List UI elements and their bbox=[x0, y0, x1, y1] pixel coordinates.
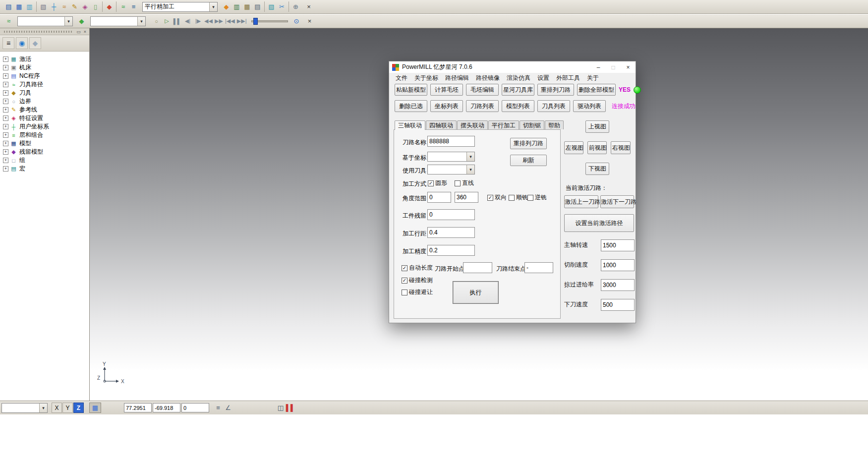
start-point-input[interactable] bbox=[463, 262, 492, 273]
strategy-list-icon[interactable]: ≡ bbox=[128, 1, 139, 12]
angle-from-input[interactable] bbox=[427, 192, 451, 203]
rearrange-toolpath-button[interactable]: 重排列刀路 bbox=[510, 138, 547, 149]
set-active-path-button[interactable]: 设置当前激活路径 bbox=[564, 214, 634, 232]
action-button[interactable]: 模型列表 bbox=[502, 100, 534, 112]
fast-forward-icon[interactable]: ▶▶ bbox=[214, 16, 224, 26]
stock-remain-input[interactable] bbox=[427, 209, 475, 220]
tree-item[interactable]: + □ 组 bbox=[1, 156, 88, 165]
expander-icon[interactable]: + bbox=[3, 124, 8, 129]
menu-item[interactable]: 路径镜像 bbox=[472, 74, 503, 82]
tree-item[interactable]: + ○ 边界 bbox=[1, 97, 88, 106]
menu-item[interactable]: 外部工具 bbox=[553, 74, 583, 82]
feature-icon[interactable]: ◈ bbox=[80, 1, 90, 12]
view-front-button[interactable]: 前视图 bbox=[587, 141, 607, 154]
tool-sim-icon[interactable]: ◆ bbox=[76, 16, 87, 26]
stepover-input[interactable] bbox=[427, 227, 475, 238]
toolpath-name-input[interactable] bbox=[427, 136, 475, 147]
activate-next-button[interactable]: 激活下一刀路 bbox=[600, 195, 634, 208]
tool-holder-icon[interactable]: ◆ bbox=[221, 1, 231, 12]
chevron-down-icon[interactable]: ▾ bbox=[137, 17, 145, 26]
checkbox-box[interactable]: ✓ bbox=[402, 265, 407, 271]
pencil-icon[interactable]: ✎ bbox=[69, 1, 80, 12]
clock-icon[interactable]: ⊙ bbox=[291, 16, 302, 26]
maximize-icon[interactable]: □ bbox=[606, 62, 621, 73]
simulation-speed-slider[interactable] bbox=[251, 17, 288, 26]
collision-check-checkbox[interactable]: ✓ 碰撞检测 bbox=[402, 276, 433, 285]
save-project-icon[interactable]: ▦ bbox=[14, 1, 24, 12]
action-button[interactable]: 毛坯编辑 bbox=[466, 84, 499, 96]
expander-icon[interactable]: + bbox=[3, 149, 8, 155]
angle-to-input[interactable] bbox=[455, 192, 478, 203]
dialog-titlebar[interactable]: PowerMILL 忆梦星河 7.0.6 – □ × bbox=[389, 61, 636, 73]
param-input[interactable] bbox=[601, 299, 635, 311]
conventional-checkbox[interactable]: ✓ 逆铣 bbox=[527, 193, 547, 202]
expander-icon[interactable]: + bbox=[3, 116, 8, 121]
activate-prev-button[interactable]: 激活上一刀路 bbox=[564, 195, 598, 208]
auto-length-checkbox[interactable]: ✓ 自动长度 bbox=[402, 264, 433, 272]
tab[interactable]: 切割锯 bbox=[520, 120, 544, 129]
template-icon[interactable]: ▯ bbox=[90, 1, 101, 12]
checkbox-box[interactable]: ✓ bbox=[402, 289, 407, 295]
param-input[interactable] bbox=[601, 239, 635, 251]
axis-toggle-button[interactable]: X bbox=[52, 403, 62, 413]
action-button[interactable]: 星河刀具库 bbox=[502, 84, 534, 96]
block-icon[interactable]: ▧ bbox=[38, 1, 49, 12]
panel-toggle-icon[interactable]: ◫ bbox=[276, 403, 286, 413]
scissors-icon[interactable]: ✂ bbox=[277, 1, 287, 12]
workplane-icon[interactable]: ┼ bbox=[49, 1, 59, 12]
print-icon[interactable]: ▥ bbox=[24, 1, 35, 12]
strategy-combo[interactable]: 平行精加工 ▾ bbox=[142, 2, 218, 12]
coordinate-input[interactable] bbox=[124, 403, 152, 412]
menu-item[interactable]: 文件 bbox=[392, 74, 411, 82]
tree-view-icon[interactable]: ≡ bbox=[2, 37, 14, 49]
tree-item[interactable]: + ▤ NC程序 bbox=[1, 72, 88, 80]
tree-item[interactable]: + ┼ 用户坐标系 bbox=[1, 122, 88, 131]
expander-icon[interactable]: + bbox=[3, 107, 8, 113]
tab[interactable]: 帮助 bbox=[545, 120, 564, 129]
expander-icon[interactable]: + bbox=[3, 65, 8, 70]
base-coord-combo[interactable]: ▾ bbox=[427, 152, 475, 162]
calculator-icon[interactable]: ▤ bbox=[252, 1, 263, 12]
go-end-icon[interactable]: ▶▶| bbox=[236, 16, 248, 26]
new-model-icon[interactable]: ▤ bbox=[3, 1, 14, 12]
param-input[interactable] bbox=[601, 279, 635, 291]
pause-icon[interactable]: ▌▌ bbox=[172, 16, 182, 26]
toolpath-waves-icon[interactable]: ≈ bbox=[3, 16, 14, 26]
line-checkbox[interactable]: ✓ 直线 bbox=[455, 179, 474, 187]
panel-grip-handle[interactable] bbox=[4, 31, 72, 33]
tolerance-input[interactable] bbox=[427, 245, 475, 256]
expander-icon[interactable]: + bbox=[3, 57, 8, 62]
circle-checkbox[interactable]: ✓ 圆形 bbox=[428, 179, 447, 187]
shield-icon[interactable]: ◆ bbox=[29, 37, 41, 49]
rewind-icon[interactable]: ◀◀ bbox=[203, 16, 214, 26]
action-button[interactable]: 刀路列表 bbox=[466, 100, 499, 112]
action-button[interactable]: 驱动列表 bbox=[573, 100, 606, 112]
view-bottom-button[interactable]: 下视图 bbox=[585, 163, 609, 175]
chart-icon[interactable]: ▧ bbox=[266, 1, 277, 12]
tree-item[interactable]: + ▤ 宏 bbox=[1, 165, 88, 173]
checkbox-box[interactable]: ✓ bbox=[455, 180, 461, 186]
checkbox-box[interactable]: ✓ bbox=[527, 195, 533, 201]
refresh-button[interactable]: 刷新 bbox=[510, 155, 547, 166]
step-back-icon[interactable]: ◀| bbox=[182, 16, 193, 26]
view-right-button[interactable]: 右视图 bbox=[611, 141, 631, 154]
grid-calc-icon[interactable]: ▦ bbox=[242, 1, 252, 12]
simulation-icon[interactable]: ⊕ bbox=[290, 1, 301, 12]
statusbar-combo[interactable]: ▾ bbox=[1, 403, 48, 413]
checkbox-box[interactable]: ✓ bbox=[509, 195, 515, 201]
action-button[interactable]: 粘贴新模型 bbox=[395, 84, 427, 96]
tree-item[interactable]: + ▦ 模型 bbox=[1, 139, 88, 148]
view-top-button[interactable]: 上视图 bbox=[585, 120, 609, 133]
expander-icon[interactable]: + bbox=[3, 90, 8, 96]
coordinate-input[interactable] bbox=[153, 403, 180, 412]
menu-item[interactable]: 路径编辑 bbox=[442, 74, 472, 82]
tool-icon[interactable]: ◆ bbox=[104, 1, 115, 12]
pause-strip-icon[interactable]: ▌▌ bbox=[286, 403, 295, 413]
climb-checkbox[interactable]: ✓ 顺铣 bbox=[509, 193, 528, 202]
action-button[interactable]: 坐标列表 bbox=[430, 100, 463, 112]
close-icon[interactable]: × bbox=[621, 62, 636, 73]
execute-button[interactable]: 执行 bbox=[453, 281, 499, 304]
tree-item[interactable]: + ✎ 参考线 bbox=[1, 106, 88, 114]
param-input[interactable] bbox=[601, 259, 635, 271]
sim-tool-combo[interactable]: ▾ bbox=[90, 16, 146, 26]
